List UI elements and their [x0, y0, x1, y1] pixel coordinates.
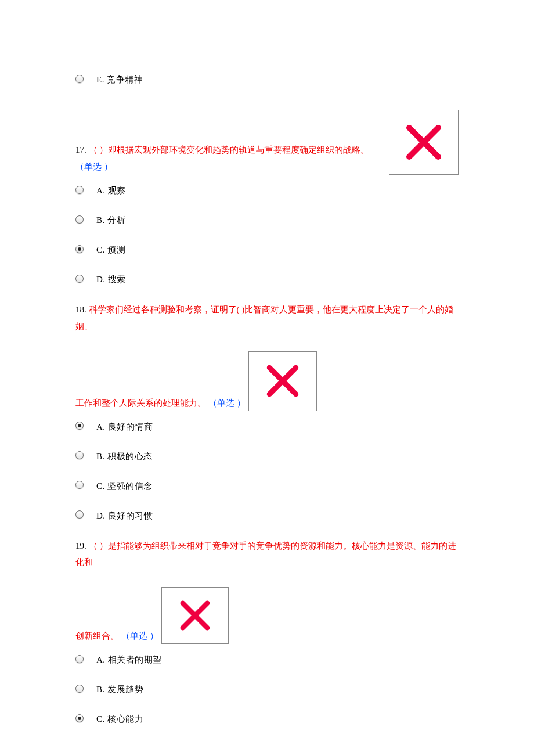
- question-19: 19. （ ）是指能够为组织带来相对于竞争对手的竞争优势的资源和能力。核心能力是…: [75, 538, 459, 645]
- q18-type: （单选 ）: [208, 398, 246, 407]
- q17-option-d[interactable]: D. 搜索: [75, 272, 459, 285]
- q17-number: 17.: [75, 145, 86, 154]
- option-label: A. 观察: [96, 183, 126, 196]
- q18-option-d[interactable]: D. 良好的习惯: [75, 508, 459, 521]
- option-label: A. 相关者的期望: [96, 652, 162, 665]
- radio-q18-b[interactable]: [75, 451, 84, 459]
- q19-stem-part2: 创新组合。: [75, 631, 121, 640]
- question-18: 18. 科学家们经过各种测验和考察，证明了( )比智商对人更重要，他在更大程度上…: [75, 301, 459, 411]
- q18-option-b[interactable]: B. 积极的心态: [75, 449, 459, 462]
- q19-stem-part1: （ ）是指能够为组织带来相对于竞争对手的竞争优势的资源和能力。核心能力是资源、能…: [75, 541, 456, 567]
- q18-option-c[interactable]: C. 坚强的信念: [75, 478, 459, 492]
- q18-number: 18.: [75, 305, 86, 314]
- option-label: E. 竞争精神: [96, 72, 143, 85]
- q19-option-b[interactable]: B. 发展趋势: [75, 682, 459, 695]
- radio-q19-c[interactable]: [75, 714, 84, 722]
- option-label: D. 良好的习惯: [96, 508, 153, 521]
- q18-stem-part2: 工作和整个人际关系的处理能力。: [75, 398, 208, 407]
- q17-option-a[interactable]: A. 观察: [75, 183, 459, 196]
- wrong-mark-icon: [161, 587, 229, 644]
- radio-q18-a[interactable]: [75, 422, 84, 430]
- option-label: C. 预测: [96, 242, 125, 255]
- wrong-mark-icon: [248, 351, 317, 411]
- option-label: C. 坚强的信念: [96, 478, 153, 492]
- q18-option-a[interactable]: A. 良好的情商: [75, 419, 459, 433]
- radio-q17-b[interactable]: [75, 215, 84, 224]
- radio-prev-e[interactable]: [75, 75, 84, 83]
- prev-question-option-e[interactable]: E. 竞争精神: [75, 72, 459, 85]
- option-label: C. 核心能力: [96, 711, 143, 725]
- q19-type: （单选 ）: [121, 631, 158, 640]
- q17-option-c[interactable]: C. 预测: [75, 242, 459, 255]
- radio-q17-c[interactable]: [75, 245, 84, 253]
- q17-type: （单选 ）: [75, 162, 113, 171]
- option-label: A. 良好的情商: [96, 419, 153, 433]
- radio-q18-d[interactable]: [75, 510, 84, 519]
- q19-option-a[interactable]: A. 相关者的期望: [75, 652, 459, 665]
- page: E. 竞争精神 17. （ ）即根据宏观外部环境变化和趋势的轨道与重要程度确定组…: [0, 0, 534, 756]
- radio-q19-b[interactable]: [75, 685, 84, 693]
- q17-option-b[interactable]: B. 分析: [75, 213, 459, 226]
- radio-q17-d[interactable]: [75, 275, 84, 283]
- wrong-mark-icon: [389, 110, 459, 175]
- q18-stem-part1: 科学家们经过各种测验和考察，证明了( )比智商对人更重要，他在更大程度上决定了一…: [75, 305, 453, 331]
- q17-stem: （ ）即根据宏观外部环境变化和趋势的轨道与重要程度确定组织的战略。: [89, 145, 370, 154]
- radio-q18-c[interactable]: [75, 481, 84, 489]
- option-label: D. 搜索: [96, 272, 126, 285]
- question-17: 17. （ ）即根据宏观外部环境变化和趋势的轨道与重要程度确定组织的战略。 （单…: [75, 110, 459, 175]
- option-label: B. 分析: [96, 213, 125, 226]
- radio-q19-a[interactable]: [75, 655, 84, 663]
- radio-q17-a[interactable]: [75, 186, 84, 194]
- option-label: B. 发展趋势: [96, 682, 143, 695]
- q19-number: 19.: [75, 541, 86, 550]
- option-label: B. 积极的心态: [96, 449, 153, 462]
- q19-option-c[interactable]: C. 核心能力: [75, 711, 459, 725]
